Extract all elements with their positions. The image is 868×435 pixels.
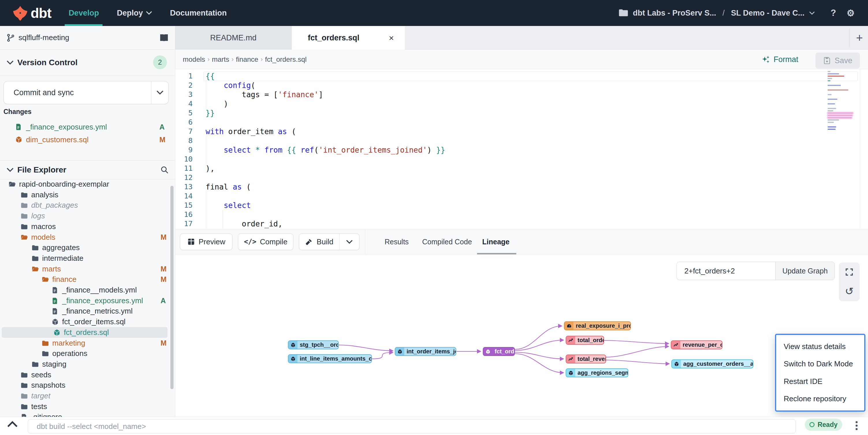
tree-item-fct_orders.sql[interactable]: fct_orders.sql: [2, 327, 167, 338]
change-status-badge: A: [159, 123, 164, 131]
search-icon[interactable]: [160, 166, 169, 174]
lineage-node-total_revenue[interactable]: total_revenue: [566, 355, 606, 364]
menu-item-view-status-details[interactable]: View status details: [776, 342, 864, 351]
tree-item-aggregates[interactable]: aggregates: [0, 242, 170, 253]
lineage-node-int_line_items_amounts_calculated[interactable]: int_line_items_amounts_calculated: [288, 354, 372, 363]
lineage-node-agg_customer_orders__all_time[interactable]: agg_customer_orders__all_time: [671, 360, 753, 368]
divider: [0, 75, 175, 76]
crumb-finance[interactable]: finance: [236, 55, 258, 63]
build-options-caret[interactable]: [339, 233, 360, 250]
file-tree-scrollbar[interactable]: [170, 186, 174, 389]
folder-icon: [41, 350, 49, 358]
node-label: fct_orders: [492, 348, 515, 355]
tree-item-analysis[interactable]: analysis: [0, 190, 170, 200]
save-button[interactable]: Save: [815, 53, 860, 69]
kebab-menu-icon[interactable]: [851, 419, 862, 432]
build-button[interactable]: Build: [299, 233, 340, 250]
lineage-node-real_exposure_i_promise[interactable]: real_exposure_i_promise: [564, 321, 631, 330]
lineage-node-stg_tpch__orders[interactable]: stg_tpch__orders: [288, 340, 339, 349]
change-item-_finance_exposures.yml[interactable]: _finance_exposures.yml A: [0, 121, 175, 133]
tree-item-label: fct_order_items.sql: [62, 317, 126, 326]
new-tab-button[interactable]: +: [851, 26, 868, 49]
tree-item-.gitignore[interactable]: .gitignore: [0, 412, 170, 417]
tab-compiled-code[interactable]: Compiled Code: [422, 229, 472, 254]
format-button[interactable]: Format: [762, 49, 798, 69]
tree-item-seeds[interactable]: seeds: [0, 370, 170, 380]
crumb-models[interactable]: models: [183, 55, 205, 63]
preview-button[interactable]: Preview: [180, 233, 232, 250]
account-name[interactable]: dbt Labs - ProServ S...: [633, 9, 716, 18]
change-item-dim_customers.sql[interactable]: dim_customers.sql M: [0, 134, 175, 145]
current-line-highlight: [204, 71, 858, 81]
metric-chart-icon: [673, 342, 679, 347]
help-icon[interactable]: ?: [827, 8, 840, 18]
tree-item-models[interactable]: modelsM: [0, 232, 170, 243]
tree-item-target[interactable]: target: [0, 391, 170, 401]
tree-item-finance[interactable]: financeM: [0, 274, 170, 285]
file-icon: [52, 307, 59, 315]
tree-item-marketing[interactable]: marketingM: [0, 338, 170, 348]
tree-item-snapshots[interactable]: snapshots: [0, 380, 170, 391]
tree-item-_finance_exposures.yml[interactable]: _finance_exposures.ymlA: [0, 295, 170, 306]
tree-item-_finance__models.yml[interactable]: _finance__models.yml: [0, 285, 170, 295]
tree-item-tests[interactable]: tests: [0, 401, 170, 412]
dbt-logo-icon: [12, 5, 28, 21]
tab-readme[interactable]: README.md: [175, 26, 292, 49]
status-badge[interactable]: Ready: [805, 419, 842, 431]
tree-item-fct_order_items.sql[interactable]: fct_order_items.sql: [0, 316, 170, 327]
nav-item-deploy[interactable]: Deploy: [117, 9, 152, 18]
commit-and-sync-button[interactable]: Commit and sync: [3, 81, 168, 104]
nav-item-documentation[interactable]: Documentation: [170, 9, 227, 18]
tree-item-marts[interactable]: martsM: [0, 264, 170, 274]
compile-button[interactable]: </> Build Compile: [238, 233, 293, 250]
git-branch-row[interactable]: sqlfluff-meeting: [0, 26, 175, 49]
lineage-node-fct_orders[interactable]: fct_orders: [483, 347, 515, 356]
tab-fct-orders[interactable]: fct_orders.sql ×: [292, 26, 405, 50]
menu-item-reclone-repository[interactable]: Reclone repository: [776, 394, 864, 403]
tab-lineage[interactable]: Lineage: [482, 229, 509, 254]
lineage-node-revenue_per_order[interactable]: revenue_per_order: [671, 340, 722, 349]
version-control-header[interactable]: Version Control 2: [0, 49, 175, 75]
minimap[interactable]: [827, 71, 859, 204]
tree-item-macros[interactable]: macros: [0, 221, 170, 232]
dbt-command-input[interactable]: [28, 419, 796, 434]
tab-results[interactable]: Results: [384, 229, 409, 254]
fullscreen-icon[interactable]: [845, 267, 854, 277]
line-number: 8: [175, 136, 193, 145]
commit-options-caret[interactable]: [151, 81, 168, 104]
menu-item-restart-ide[interactable]: Restart IDE: [776, 377, 864, 386]
crumb-file[interactable]: fct_orders.sql: [265, 55, 307, 63]
chevron-down-icon: [156, 90, 164, 95]
tree-item-rapid-onboarding-exemplar[interactable]: rapid-onboarding-exemplar: [0, 179, 170, 190]
reset-view-icon[interactable]: ↺: [845, 286, 854, 297]
exposure-gauge-icon: [566, 323, 572, 329]
lineage-node-total_orders[interactable]: total_orders: [566, 336, 604, 345]
docs-book-icon[interactable]: [159, 34, 168, 42]
tree-item-_finance_metrics.yml[interactable]: _finance_metrics.yml: [0, 306, 170, 316]
tree-item-label: .gitignore: [31, 412, 62, 417]
lineage-selector-input[interactable]: [677, 262, 775, 280]
file-explorer-header[interactable]: File Explorer: [0, 160, 175, 179]
folder-icon: [31, 361, 39, 368]
tree-item-dbt_packages[interactable]: dbt_packages: [0, 200, 170, 210]
tree-item-operations[interactable]: operations: [0, 348, 170, 359]
tree-item-logs[interactable]: logs: [0, 210, 170, 221]
menu-item-switch-to-dark-mode[interactable]: Switch to Dark Mode: [776, 360, 864, 368]
gear-icon[interactable]: ⚙: [844, 8, 857, 19]
project-name[interactable]: SL Demo - Dave C...: [731, 9, 804, 18]
nav-item-develop[interactable]: Develop: [69, 9, 99, 18]
close-icon[interactable]: ×: [389, 33, 394, 43]
chevron-down-icon[interactable]: [809, 11, 815, 15]
code-editor[interactable]: 1{{2 config(3 tags = ['finance']4 )5}}67…: [175, 69, 868, 229]
tree-item-intermediate[interactable]: intermediate: [0, 253, 170, 264]
crumb-marts[interactable]: marts: [212, 55, 229, 63]
node-type-icon: [288, 355, 298, 363]
chevron-up-icon[interactable]: [7, 421, 18, 428]
nav-develop-label: Develop: [69, 9, 99, 18]
update-graph-button[interactable]: Update Graph: [775, 262, 835, 280]
tree-item-staging[interactable]: staging: [0, 359, 170, 370]
lineage-node-int_order_items_joined[interactable]: int_order_items_joined: [395, 347, 456, 356]
dbt-logo[interactable]: dbt: [12, 5, 52, 21]
code-line: order_id,: [206, 219, 282, 229]
lineage-node-agg_regions_segments[interactable]: agg_regions_segments: [566, 368, 628, 377]
